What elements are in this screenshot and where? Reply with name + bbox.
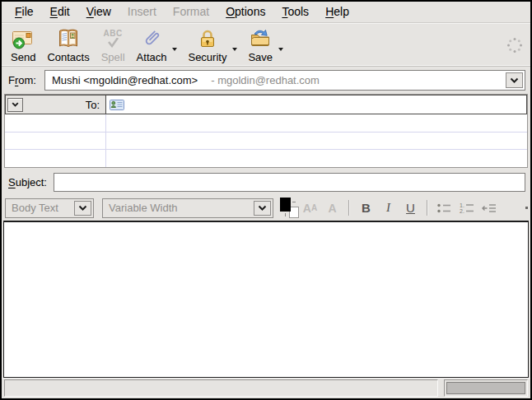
attach-label: Attach [137,51,167,63]
menu-insert[interactable]: Insert [119,2,165,21]
paragraph-style-arrow[interactable] [74,201,91,216]
font-name-combo[interactable]: Variable Width [102,198,273,218]
status-text-area [4,379,438,397]
progress-meter [444,379,528,397]
spell-icon: ABC [104,26,123,51]
subject-label: Subject: [8,176,47,188]
text-color-picker[interactable] [280,198,299,218]
bullet-list-button[interactable] [434,198,455,218]
addressing-empty-row[interactable] [5,114,527,133]
chevron-down-icon [258,205,267,211]
from-row: From: Mushi <mgoldin@redhat.com> - mgold… [2,67,530,94]
security-button[interactable]: Security [182,26,232,64]
from-combo-arrow[interactable] [506,72,523,88]
italic-button[interactable]: I [378,198,399,218]
spell-button[interactable]: ABC Spell [96,26,131,64]
from-identity-value: Mushi <mgoldin@redhat.com> [52,74,198,86]
paragraph-style-value: Body Text [12,202,58,214]
recipient-input[interactable] [128,97,526,112]
send-icon [12,26,35,51]
outdent-button[interactable] [478,198,499,218]
addressing-empty-row[interactable] [5,150,527,167]
subject-row: Subject: [2,170,530,195]
contacts-icon [57,26,80,51]
spell-label: Spell [101,51,125,63]
save-label: Save [248,51,273,63]
decrease-font-size-button[interactable]: AA [300,198,320,218]
addressing-empty-row[interactable] [5,133,527,151]
contacts-button[interactable]: Contacts [41,26,95,64]
send-label: Send [11,51,35,63]
recipient-type-dropdown[interactable] [7,98,23,112]
bullet-list-icon [436,202,453,214]
save-button[interactable]: Save [242,26,278,64]
menubar: File Edit View Insert Format Options Too… [2,2,530,23]
svg-text:1.: 1. [460,202,464,208]
font-name-value: Variable Width [109,202,178,214]
recipient-row: To: [5,95,527,114]
menu-format[interactable]: Format [165,2,217,21]
recipient-type-label: To: [23,99,104,111]
send-button[interactable]: Send [5,26,41,64]
menu-edit[interactable]: Edit [42,2,78,21]
outdent-icon [481,202,497,214]
increase-font-size-button[interactable]: A [322,198,343,218]
from-identity-email: - mgoldin@redhat.com [211,74,320,86]
security-dropdown-arrow[interactable] [232,48,237,51]
toolbar-separator [427,200,428,216]
attach-dropdown-arrow[interactable] [172,48,177,51]
paragraph-style-combo[interactable]: Body Text [5,198,94,218]
bold-button[interactable]: B [356,198,376,218]
from-identity-combo[interactable]: Mushi <mgoldin@redhat.com> - mgoldin@red… [44,70,525,91]
contacts-label: Contacts [47,51,89,63]
foreground-color-swatch [280,198,291,212]
from-label: From: [8,74,36,86]
svg-text:2.: 2. [460,208,464,214]
attach-icon [140,26,163,51]
recipient-input-cell[interactable] [106,95,527,114]
font-name-arrow[interactable] [254,201,271,216]
security-icon [196,26,219,51]
main-toolbar: Send Contacts [2,23,530,67]
subject-input[interactable] [54,173,525,192]
toolbar-overflow-indicator[interactable] [525,207,528,209]
menu-file[interactable]: File [7,2,42,21]
menu-view[interactable]: View [78,2,119,21]
format-toolbar: Body Text Variable Width AA A B I U [2,195,530,221]
progress-meter-fill [446,382,525,394]
save-dropdown-arrow[interactable] [278,48,283,51]
menu-help[interactable]: Help [317,2,357,21]
chevron-down-icon [12,102,19,107]
numbered-list-button[interactable]: 1. 2. [456,198,477,218]
message-body-editor[interactable] [3,221,529,378]
security-label: Security [188,51,226,63]
contact-card-icon [110,100,124,110]
chevron-down-icon [78,205,87,211]
compose-window: File Edit View Insert Format Options Too… [0,0,532,400]
save-icon [249,26,272,51]
toolbar-separator [348,200,350,216]
menu-tools[interactable]: Tools [273,2,317,21]
numbered-list-icon: 1. 2. [459,202,475,214]
underline-button[interactable]: U [400,198,421,218]
throbber-icon [506,36,524,58]
statusbar [2,378,530,398]
chevron-down-icon [510,77,519,83]
recipient-type-selector[interactable]: To: [5,95,106,114]
menu-options[interactable]: Options [217,2,273,21]
attach-button[interactable]: Attach [131,26,173,64]
addressing-grid: To: [4,94,528,168]
